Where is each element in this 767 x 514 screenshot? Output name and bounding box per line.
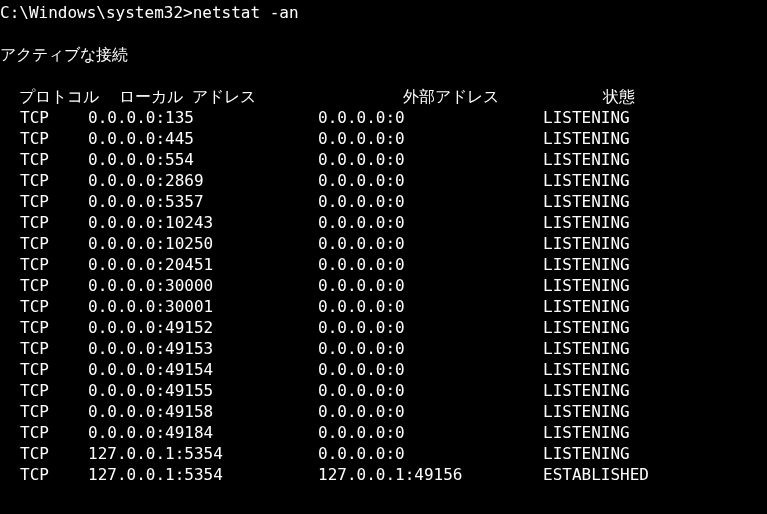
header-state: 状態 bbox=[603, 86, 635, 107]
row-indent bbox=[0, 443, 20, 464]
local-address-cell: 0.0.0.0:20451 bbox=[88, 254, 318, 275]
connection-row: TCP0.0.0.0:491540.0.0.0:0LISTENING bbox=[0, 359, 767, 380]
local-address-cell: 0.0.0.0:2869 bbox=[88, 170, 318, 191]
state-cell: LISTENING bbox=[543, 170, 630, 191]
local-address-cell: 0.0.0.0:49153 bbox=[88, 338, 318, 359]
state-cell: LISTENING bbox=[543, 275, 630, 296]
local-address-cell: 0.0.0.0:554 bbox=[88, 149, 318, 170]
foreign-address-cell: 0.0.0.0:0 bbox=[318, 149, 543, 170]
header-protocol-local: プロトコル ローカル アドレス bbox=[0, 86, 403, 107]
connection-row: TCP0.0.0.0:491530.0.0.0:0LISTENING bbox=[0, 338, 767, 359]
local-address-cell: 127.0.0.1:5354 bbox=[88, 443, 318, 464]
foreign-address-cell: 0.0.0.0:0 bbox=[318, 296, 543, 317]
row-indent bbox=[0, 359, 20, 380]
proto-cell: TCP bbox=[20, 233, 88, 254]
state-cell: LISTENING bbox=[543, 254, 630, 275]
local-address-cell: 0.0.0.0:135 bbox=[88, 107, 318, 128]
proto-cell: TCP bbox=[20, 170, 88, 191]
table-header: プロトコル ローカル アドレス外部アドレス状態 bbox=[0, 86, 767, 107]
proto-cell: TCP bbox=[20, 212, 88, 233]
foreign-address-cell: 0.0.0.0:0 bbox=[318, 401, 543, 422]
proto-cell: TCP bbox=[20, 317, 88, 338]
row-indent bbox=[0, 338, 20, 359]
local-address-cell: 0.0.0.0:10250 bbox=[88, 233, 318, 254]
state-cell: LISTENING bbox=[543, 107, 630, 128]
foreign-address-cell: 0.0.0.0:0 bbox=[318, 212, 543, 233]
local-address-cell: 0.0.0.0:5357 bbox=[88, 191, 318, 212]
connection-row: TCP0.0.0.0:5540.0.0.0:0LISTENING bbox=[0, 149, 767, 170]
connection-row: TCP0.0.0.0:1350.0.0.0:0LISTENING bbox=[0, 107, 767, 128]
row-indent bbox=[0, 149, 20, 170]
row-indent bbox=[0, 128, 20, 149]
state-cell: LISTENING bbox=[543, 338, 630, 359]
connection-row: TCP127.0.0.1:5354127.0.0.1:49156ESTABLIS… bbox=[0, 464, 767, 485]
connection-row: TCP0.0.0.0:102500.0.0.0:0LISTENING bbox=[0, 233, 767, 254]
foreign-address-cell: 0.0.0.0:0 bbox=[318, 338, 543, 359]
connection-row: TCP0.0.0.0:300000.0.0.0:0LISTENING bbox=[0, 275, 767, 296]
connection-row: TCP0.0.0.0:491520.0.0.0:0LISTENING bbox=[0, 317, 767, 338]
proto-cell: TCP bbox=[20, 296, 88, 317]
local-address-cell: 127.0.0.1:5354 bbox=[88, 464, 318, 485]
local-address-cell: 0.0.0.0:30001 bbox=[88, 296, 318, 317]
connection-row: TCP0.0.0.0:491580.0.0.0:0LISTENING bbox=[0, 401, 767, 422]
proto-cell: TCP bbox=[20, 464, 88, 485]
proto-cell: TCP bbox=[20, 338, 88, 359]
proto-cell: TCP bbox=[20, 191, 88, 212]
proto-cell: TCP bbox=[20, 422, 88, 443]
proto-cell: TCP bbox=[20, 359, 88, 380]
foreign-address-cell: 0.0.0.0:0 bbox=[318, 191, 543, 212]
row-indent bbox=[0, 317, 20, 338]
local-address-cell: 0.0.0.0:49152 bbox=[88, 317, 318, 338]
state-cell: LISTENING bbox=[543, 296, 630, 317]
foreign-address-cell: 0.0.0.0:0 bbox=[318, 107, 543, 128]
connection-row: TCP0.0.0.0:300010.0.0.0:0LISTENING bbox=[0, 296, 767, 317]
state-cell: LISTENING bbox=[543, 380, 630, 401]
foreign-address-cell: 0.0.0.0:0 bbox=[318, 359, 543, 380]
row-indent bbox=[0, 296, 20, 317]
state-cell: LISTENING bbox=[543, 422, 630, 443]
row-indent bbox=[0, 380, 20, 401]
command-prompt-line[interactable]: C:\Windows\system32>netstat -an bbox=[0, 2, 767, 23]
row-indent bbox=[0, 191, 20, 212]
connection-list: TCP0.0.0.0:1350.0.0.0:0LISTENINGTCP0.0.0… bbox=[0, 107, 767, 485]
state-cell: LISTENING bbox=[543, 149, 630, 170]
connection-row: TCP0.0.0.0:491550.0.0.0:0LISTENING bbox=[0, 380, 767, 401]
foreign-address-cell: 0.0.0.0:0 bbox=[318, 422, 543, 443]
state-cell: LISTENING bbox=[543, 359, 630, 380]
proto-cell: TCP bbox=[20, 380, 88, 401]
row-indent bbox=[0, 212, 20, 233]
section-title: アクティブな接続 bbox=[0, 44, 767, 65]
row-indent bbox=[0, 464, 20, 485]
entered-command: netstat -an bbox=[193, 3, 299, 22]
foreign-address-cell: 127.0.0.1:49156 bbox=[318, 464, 543, 485]
proto-cell: TCP bbox=[20, 443, 88, 464]
connection-row: TCP0.0.0.0:204510.0.0.0:0LISTENING bbox=[0, 254, 767, 275]
proto-cell: TCP bbox=[20, 275, 88, 296]
foreign-address-cell: 0.0.0.0:0 bbox=[318, 275, 543, 296]
row-indent bbox=[0, 422, 20, 443]
foreign-address-cell: 0.0.0.0:0 bbox=[318, 443, 543, 464]
row-indent bbox=[0, 170, 20, 191]
connection-row: TCP0.0.0.0:491840.0.0.0:0LISTENING bbox=[0, 422, 767, 443]
connection-row: TCP127.0.0.1:53540.0.0.0:0LISTENING bbox=[0, 443, 767, 464]
row-indent bbox=[0, 275, 20, 296]
connection-row: TCP0.0.0.0:28690.0.0.0:0LISTENING bbox=[0, 170, 767, 191]
foreign-address-cell: 0.0.0.0:0 bbox=[318, 254, 543, 275]
blank-line bbox=[0, 65, 767, 86]
foreign-address-cell: 0.0.0.0:0 bbox=[318, 317, 543, 338]
local-address-cell: 0.0.0.0:49155 bbox=[88, 380, 318, 401]
connection-row: TCP0.0.0.0:102430.0.0.0:0LISTENING bbox=[0, 212, 767, 233]
state-cell: LISTENING bbox=[543, 317, 630, 338]
local-address-cell: 0.0.0.0:445 bbox=[88, 128, 318, 149]
local-address-cell: 0.0.0.0:10243 bbox=[88, 212, 318, 233]
proto-cell: TCP bbox=[20, 128, 88, 149]
row-indent bbox=[0, 233, 20, 254]
proto-cell: TCP bbox=[20, 254, 88, 275]
state-cell: ESTABLISHED bbox=[543, 464, 649, 485]
proto-cell: TCP bbox=[20, 401, 88, 422]
state-cell: LISTENING bbox=[543, 233, 630, 254]
header-foreign: 外部アドレス bbox=[403, 86, 603, 107]
row-indent bbox=[0, 107, 20, 128]
state-cell: LISTENING bbox=[543, 191, 630, 212]
connection-row: TCP0.0.0.0:53570.0.0.0:0LISTENING bbox=[0, 191, 767, 212]
